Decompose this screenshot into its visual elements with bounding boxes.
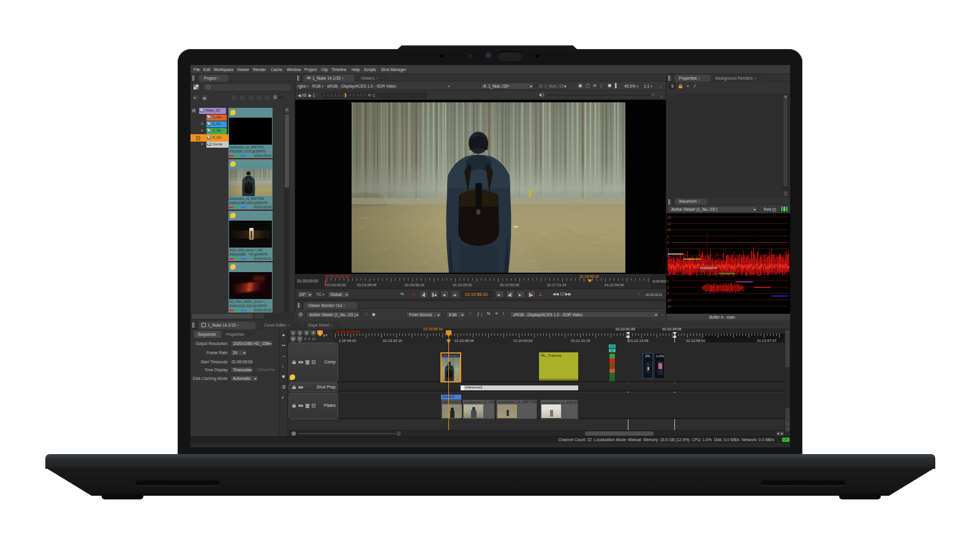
svg-text:0: 0 xyxy=(667,279,669,283)
svg-text:00: 00 xyxy=(667,228,671,232)
svg-text:10: 10 xyxy=(667,222,671,226)
svg-text:0: 0 xyxy=(667,292,669,295)
svg-text:0: 0 xyxy=(667,286,669,289)
svg-text:0: 0 xyxy=(667,248,669,251)
svg-text:0: 0 xyxy=(667,241,669,245)
svg-text:20: 20 xyxy=(667,305,671,308)
svg-text:10: 10 xyxy=(667,298,671,302)
svg-text:20: 20 xyxy=(667,216,671,219)
svg-text:0: 0 xyxy=(667,235,669,238)
